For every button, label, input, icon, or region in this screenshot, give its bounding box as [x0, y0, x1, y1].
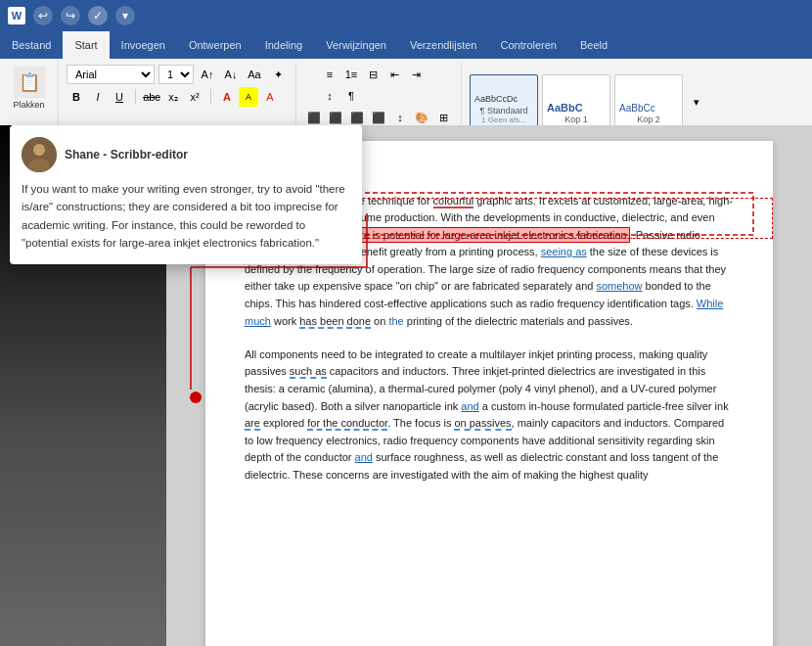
numbering-button[interactable]: 1≡ — [341, 65, 361, 84]
underline-button[interactable]: U — [110, 87, 129, 107]
font-grow-button[interactable]: A↑ — [198, 65, 217, 84]
align-center-button[interactable]: ⬛ — [326, 108, 345, 127]
tab-bestand[interactable]: Bestand — [0, 31, 63, 59]
annotated-has-been-done: has been done — [299, 315, 371, 329]
paste-button[interactable]: 📋 Plakken — [9, 65, 48, 112]
line-spacing-button[interactable]: ↕ — [390, 108, 410, 127]
annotated-the: the — [388, 315, 403, 327]
superscript-button[interactable]: x² — [185, 87, 204, 107]
sort-button[interactable]: ↕ — [320, 86, 339, 106]
tab-indeling[interactable]: Indeling — [253, 31, 315, 59]
strikethrough-button[interactable]: abc — [142, 87, 161, 107]
justify-button[interactable]: ⬛ — [369, 108, 388, 127]
subscript-button[interactable]: x₂ — [163, 87, 183, 107]
font-shrink-button[interactable]: A↓ — [221, 65, 241, 84]
font-case-button[interactable]: Aa — [245, 65, 264, 84]
pilcrow-button[interactable]: ¶ — [341, 86, 361, 106]
italic-button[interactable]: I — [88, 87, 108, 107]
word-icon: W — [8, 7, 25, 24]
annotated-somehow: somehow — [596, 280, 642, 292]
annotated-and2: and — [355, 451, 373, 463]
paste-icon: 📋 — [14, 67, 45, 98]
svg-point-1 — [33, 144, 45, 156]
highlighted-phrase: there is potential for large-area inkjet… — [342, 227, 630, 243]
text-effect-button[interactable]: A — [217, 87, 237, 107]
clear-format-button[interactable]: ✦ — [268, 65, 288, 84]
font-color-button[interactable]: A — [260, 87, 280, 107]
annotation-dot — [190, 392, 202, 403]
annotated-and1: and — [461, 400, 478, 412]
avatar-image — [22, 137, 57, 172]
tab-verzendlijsten[interactable]: Verzendlijsten — [398, 31, 489, 59]
save-button[interactable]: ✓ — [88, 6, 108, 25]
redo-button[interactable]: ↪ — [61, 6, 80, 25]
tab-beeld[interactable]: Beeld — [568, 31, 619, 59]
font-size-select[interactable]: 10 — [158, 65, 194, 84]
comment-header: Shane - Scribbr-editor — [22, 137, 350, 172]
shading-button[interactable]: 🎨 — [412, 108, 431, 127]
outdent-button[interactable]: ⇤ — [384, 65, 404, 84]
doc-paragraph-2: All components need to be integrated to … — [245, 346, 734, 484]
divider1 — [135, 89, 136, 105]
comment-author: Shane - Scribbr-editor — [65, 148, 188, 162]
border-button[interactable]: ⊞ — [433, 108, 453, 127]
title-bar: W ↩ ↪ ✓ ▾ — [0, 0, 812, 31]
paste-label: Plakken — [13, 100, 44, 110]
bullets-button[interactable]: ≡ — [320, 65, 339, 84]
toolbar-pin-button[interactable]: ▾ — [115, 6, 135, 25]
align-left-button[interactable]: ⬛ — [304, 108, 324, 127]
avatar — [22, 137, 57, 172]
annotated-on-passives: on passives — [454, 417, 511, 431]
annotated-for-the-conductor: for the conductor — [307, 417, 387, 431]
annotated-are: are — [245, 417, 260, 431]
align-right-button[interactable]: ⬛ — [347, 108, 367, 127]
style-kop2[interactable]: AaBbCc Kop 2 — [614, 74, 683, 129]
style-standaard[interactable]: AaBbCcDc ¶ Standaard 1 Geen afs... — [470, 74, 538, 129]
styles-scroll-button[interactable]: ▾ — [687, 92, 706, 112]
annotated-such-as: such as — [290, 365, 327, 379]
comment-body: If you want to make your writing even st… — [22, 180, 350, 253]
indent-button[interactable]: ⇥ — [406, 65, 426, 84]
font-name-select[interactable]: Arial — [67, 65, 155, 84]
bold-button[interactable]: B — [67, 87, 86, 107]
multilevel-button[interactable]: ⊟ — [363, 65, 383, 84]
tab-verwijzingen[interactable]: Verwijzingen — [314, 31, 398, 59]
tab-ontwerpen[interactable]: Ontwerpen — [177, 31, 253, 59]
style-kop1[interactable]: AaBbC Kop 1 — [542, 74, 610, 129]
tab-start[interactable]: Start — [63, 31, 109, 59]
annotated-seeing-as: seeing as — [541, 246, 587, 257]
annotated-colourful: colourful — [433, 195, 474, 208]
undo-button[interactable]: ↩ — [33, 6, 53, 25]
comment-card: Shane - Scribbr-editor If you want to ma… — [10, 125, 362, 264]
tab-invoegen[interactable]: Invoegen — [110, 31, 177, 59]
ribbon-tabs: Bestand Start Invoegen Ontwerpen Indelin… — [0, 31, 812, 59]
divider2 — [210, 89, 211, 105]
tab-controleren[interactable]: Controleren — [489, 31, 568, 59]
text-highlight-button[interactable]: A — [239, 87, 258, 107]
